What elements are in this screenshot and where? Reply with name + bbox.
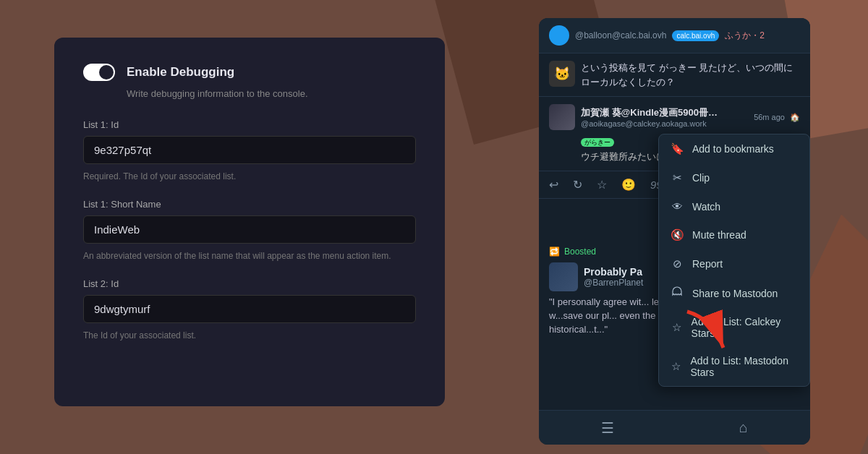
- field-input-2[interactable]: [83, 295, 416, 323]
- quoted-avatar: [549, 104, 575, 130]
- top-handle: @balloon@calc.bai.ovh: [575, 30, 666, 40]
- debug-toggle[interactable]: [83, 64, 115, 81]
- menu-item-bookmarks[interactable]: 🔖 Add to bookmarks: [659, 134, 809, 163]
- share-mastodon-icon: [671, 286, 684, 300]
- post-avatar: 🐱: [549, 61, 575, 87]
- debug-row: Enable Debugging: [83, 64, 416, 81]
- debug-description: Write debugging information to the conso…: [83, 88, 416, 99]
- feed-handle: @BarrenPlanet: [584, 278, 643, 288]
- menu-item-report-label: Report: [692, 258, 723, 270]
- quoted-post-header: 加賀瀬 葵@Kindle漫画5900冊… @aoikagase@calckey.…: [549, 104, 800, 130]
- field-input-1[interactable]: [83, 215, 416, 244]
- bookmark-icon: 🔖: [671, 142, 684, 155]
- field-hint-2: The Id of your associated list.: [83, 330, 416, 340]
- menu-item-watch[interactable]: 👁 Watch: [659, 192, 809, 220]
- report-icon: ⊘: [671, 257, 684, 270]
- quoted-name: 加賀瀬 葵@Kindle漫画5900冊…: [581, 106, 718, 119]
- bottom-nav: ☰ ⌂: [539, 410, 810, 445]
- field-label-1: List 1: Short Name: [83, 199, 416, 210]
- home-nav-icon[interactable]: ⌂: [739, 419, 748, 436]
- star-icon[interactable]: ☆: [597, 178, 607, 192]
- menu-item-report[interactable]: ⊘ Report: [659, 249, 809, 278]
- watch-icon: 👁: [671, 200, 684, 213]
- menu-item-share-mastodon[interactable]: Share to Mastodon: [659, 278, 809, 308]
- quoted-badge: がらきー: [581, 138, 614, 147]
- menu-item-mute[interactable]: 🔇 Mute thread: [659, 220, 809, 249]
- top-badge1: calc.bai.ovh: [672, 30, 719, 41]
- emoji-icon[interactable]: 🙂: [621, 178, 636, 192]
- field-label-2: List 2: Id: [83, 278, 416, 289]
- debug-title: Enable Debugging: [127, 65, 234, 80]
- reply-icon[interactable]: ↩: [549, 178, 558, 192]
- menu-item-add-mastodon-label: Add to List: Mastodon Stars: [691, 355, 798, 378]
- repost-icon[interactable]: ↻: [573, 178, 582, 192]
- japanese-post-text: という投稿を見て がっきー 見たけど、いつの間にローカルなくしたの？: [581, 61, 800, 89]
- dropdown-menu: 🔖 Add to bookmarks ✂ Clip 👁 Watch 🔇 Mute…: [658, 134, 810, 387]
- settings-panel: Enable Debugging Write debugging informa…: [54, 38, 445, 406]
- top-avatar: [549, 25, 569, 46]
- menu-item-bookmarks-label: Add to bookmarks: [692, 143, 774, 155]
- field-hint-0: Required. The Id of your associated list…: [83, 171, 416, 181]
- field-input-0[interactable]: [83, 136, 416, 164]
- japanese-post-content: 🐱 という投稿を見て がっきー 見たけど、いつの間にローカルなくしたの？: [539, 53, 810, 97]
- mute-icon: 🔇: [671, 228, 684, 241]
- menu-item-add-calckey[interactable]: ☆ Add to List: Calckey Stars: [659, 308, 809, 347]
- quoted-post-meta: 加賀瀬 葵@Kindle漫画5900冊… @aoikagase@calckey.…: [581, 106, 718, 128]
- menu-item-add-mastodon[interactable]: ☆ Add to List: Mastodon Stars: [659, 347, 809, 386]
- social-top-bar: @balloon@calc.bai.ovh calc.bai.ovh ふうか・2: [539, 18, 810, 53]
- boost-icon: 🔁: [549, 247, 560, 257]
- menu-item-clip-label: Clip: [692, 172, 710, 184]
- menu-item-watch-label: Watch: [692, 201, 720, 213]
- add-calckey-icon: ☆: [671, 321, 683, 334]
- menu-item-mute-label: Mute thread: [692, 229, 746, 241]
- quoted-time: 56m ago 🏠: [754, 113, 800, 122]
- field-label-0: List 1: Id: [83, 119, 416, 130]
- social-panel: @balloon@calc.bai.ovh calc.bai.ovh ふうか・2…: [539, 18, 810, 445]
- menu-item-clip[interactable]: ✂ Clip: [659, 163, 809, 192]
- add-mastodon-icon: ☆: [671, 360, 682, 373]
- field-hint-1: An abbreviated version of the list name …: [83, 251, 416, 261]
- menu-nav-icon[interactable]: ☰: [601, 419, 614, 437]
- feed-avatar: [549, 262, 578, 291]
- feed-post-meta: Probably Pa @BarrenPlanet: [584, 266, 643, 288]
- menu-item-share-mastodon-label: Share to Mastodon: [692, 288, 778, 299]
- quoted-handle: @aoikagase@calckey.aokaga.work: [581, 119, 718, 128]
- clip-icon: ✂: [671, 171, 684, 184]
- feed-name: Probably Pa: [584, 266, 643, 278]
- top-extra: ふうか・2: [725, 30, 765, 42]
- menu-item-add-calckey-label: Add to List: Calckey Stars: [692, 316, 798, 339]
